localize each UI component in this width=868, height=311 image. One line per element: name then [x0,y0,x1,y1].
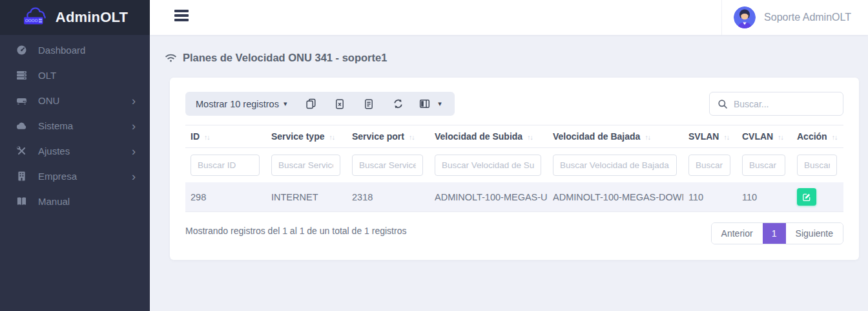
column-visibility-button[interactable]: ▾ [416,92,444,116]
edit-button[interactable] [797,188,816,206]
avatar [734,6,756,28]
sort-icon: ↑↓ [832,133,838,141]
filter-input-service-type[interactable] [271,155,340,176]
column-header-id[interactable]: ID↑↓ [185,125,266,148]
pagination-page-1-button[interactable]: 1 [763,223,786,244]
tachometer-icon [16,45,27,56]
sort-icon: ↑↓ [723,133,729,141]
sidebar-item-label: Sistema [38,120,132,131]
sidebar-item-ajustes[interactable]: Ajustes › [0,138,150,164]
cell-velocidad-bajada: ADMINOLT-100-MEGAS-DOWN [548,182,683,212]
sidebar-item-onu[interactable]: ONU › [0,88,150,113]
sidebar-item-label: Manual [38,196,136,207]
hdd-icon [16,95,27,107]
book-icon [16,196,27,208]
sidebar-menu: Dashboard OLT [0,35,150,214]
chevron-right-icon: › [132,120,136,132]
chevron-right-icon: › [132,95,136,107]
sort-icon: ↑↓ [645,133,650,141]
brand-name: AdminOLT [56,9,128,26]
search-icon [718,99,728,109]
sidebar: AdminOLT Dashboard [0,0,150,311]
copy-button[interactable] [300,92,322,116]
page-title: Planes de Velocidad ONU 341 - soporte1 [183,52,387,64]
pagination: Anterior 1 Siguiente [711,222,843,244]
refresh-button[interactable] [387,92,409,116]
filter-input-accion[interactable] [797,155,837,176]
filter-input-velocidad-subida[interactable] [435,155,541,176]
building-icon [16,171,27,182]
pagination-next-button[interactable]: Siguiente [786,223,843,244]
column-header-svlan[interactable]: SVLAN↑↓ [683,125,737,148]
sort-icon: ↑↓ [204,133,210,141]
sidebar-item-sistema[interactable]: Sistema › [0,113,150,138]
export-excel-button[interactable] [329,92,351,116]
cell-cvlan: 110 [737,182,792,212]
sidebar-item-label: OLT [38,70,136,81]
filter-row [185,148,843,183]
header-row: ID↑↓ Service type↑↓ Service port↑↓ Veloc… [185,125,843,148]
caret-down-icon: ▾ [284,100,287,107]
cloud-icon [16,120,27,132]
table-info: Mostrando registros del 1 al 1 de un tot… [185,222,406,236]
sidebar-item-olt[interactable]: OLT [0,63,150,88]
sidebar-item-label: ONU [38,95,132,106]
cloud-olt-logo-icon [22,6,50,28]
filter-input-id[interactable] [191,155,260,176]
export-file-button[interactable] [358,92,380,116]
sidebar-item-label: Ajustes [38,145,132,156]
pencil-square-icon [802,193,811,202]
table-card: Mostrar 10 registros ▾ [170,78,859,260]
main-content: Planes de Velocidad ONU 341 - soporte1 M… [150,35,868,311]
column-header-velocidad-bajada[interactable]: Velocidad de Bajada↑↓ [548,125,683,148]
column-header-service-port[interactable]: Service port↑↓ [347,125,429,148]
column-header-accion[interactable]: Acción↑↓ [792,125,843,148]
sidebar-item-dashboard[interactable]: Dashboard [0,38,150,63]
table-row: 298 INTERNET 2318 ADMINOLT-100-MEGAS-UP … [185,182,843,212]
search-input[interactable] [734,99,835,109]
filter-input-service-port[interactable] [352,155,423,176]
caret-down-icon: ▾ [438,100,442,107]
server-icon [16,70,27,81]
cell-service-port: 2318 [347,182,429,212]
pagination-prev-button[interactable]: Anterior [712,223,763,244]
page-length-dropdown[interactable]: Mostrar 10 registros ▾ [196,99,293,109]
column-header-velocidad-subida[interactable]: Velocidad de Subida↑↓ [429,125,548,148]
cell-id: 298 [185,182,266,212]
cell-velocidad-subida: ADMINOLT-100-MEGAS-UP [429,182,548,212]
user-name: Soporte AdminOLT [764,12,851,23]
table-footer: Mostrando registros del 1 al 1 de un tot… [185,222,843,244]
table-buttons-group: Mostrar 10 registros ▾ [185,92,455,116]
table-search [709,92,843,116]
speed-plans-table: ID↑↓ Service type↑↓ Service port↑↓ Veloc… [185,125,843,212]
filter-input-velocidad-bajada[interactable] [553,155,677,176]
topbar: Soporte AdminOLT [150,0,868,35]
column-header-cvlan[interactable]: CVLAN↑↓ [737,125,792,148]
brand-logo[interactable]: AdminOLT [0,0,150,35]
cell-accion [792,182,843,212]
table-toolbar: Mostrar 10 registros ▾ [185,92,843,116]
tools-icon [16,145,27,157]
filter-input-cvlan[interactable] [742,155,785,176]
page-title-row: Planes de Velocidad ONU 341 - soporte1 [165,52,859,64]
wifi-icon [165,52,177,64]
chevron-right-icon: › [132,171,136,182]
cell-service-type: INTERNET [266,182,347,212]
user-menu[interactable]: Soporte AdminOLT [721,0,868,35]
filter-input-svlan[interactable] [688,155,730,176]
chevron-right-icon: › [132,145,136,157]
sort-icon: ↑↓ [409,133,415,141]
sort-icon: ↑↓ [527,133,533,141]
sort-icon: ↑↓ [778,133,783,141]
column-header-service-type[interactable]: Service type↑↓ [266,125,347,148]
sidebar-item-empresa[interactable]: Empresa › [0,164,150,189]
sidebar-item-manual[interactable]: Manual [0,189,150,214]
sidebar-item-label: Dashboard [38,45,136,56]
sort-icon: ↑↓ [329,133,335,141]
cell-svlan: 110 [683,182,737,212]
sidebar-item-label: Empresa [38,171,132,182]
hamburger-menu-icon[interactable] [174,10,189,24]
